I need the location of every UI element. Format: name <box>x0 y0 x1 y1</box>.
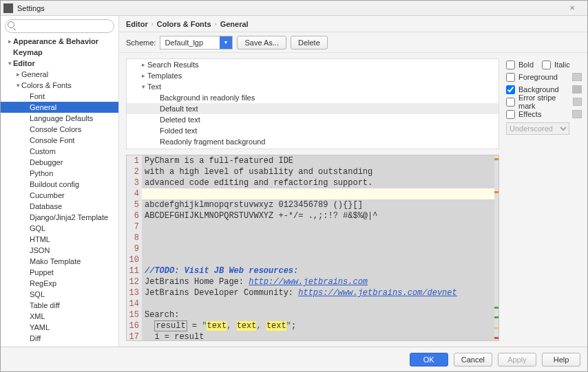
effects-swatch[interactable] <box>572 110 582 118</box>
tree-item-label: Debugger <box>30 158 63 166</box>
effects-type-select[interactable]: Underscored <box>506 122 569 135</box>
content-root: ▸Appearance & BehaviorKeymap▾Editor▸Gene… <box>1 16 587 347</box>
foreground-swatch[interactable] <box>572 73 582 81</box>
category-item[interactable]: ▸Search Results <box>127 59 498 70</box>
breadcrumb-sep-icon: › <box>151 21 154 28</box>
category-item-label: Deleted text <box>160 116 200 124</box>
cancel-button[interactable]: Cancel <box>454 353 492 366</box>
window-close-button[interactable]: ✕ <box>560 4 585 12</box>
tree-item-label: Keymap <box>13 48 43 56</box>
tree-item[interactable]: Cucumber <box>1 190 118 201</box>
tree-item[interactable]: Keymap <box>1 47 118 58</box>
tree-item[interactable]: ▸Appearance & Behavior <box>1 36 118 47</box>
line-number: 1 <box>127 155 142 166</box>
editor-line: 9 <box>127 243 498 254</box>
category-item[interactable]: Readonly fragment background <box>127 136 498 147</box>
breadcrumb-root[interactable]: Editor <box>126 20 148 28</box>
error-stripe[interactable] <box>494 155 498 340</box>
search-wrap <box>1 16 118 36</box>
background-checkbox[interactable] <box>506 85 515 94</box>
foreground-checkbox[interactable] <box>506 73 515 82</box>
breadcrumb-sep-icon: › <box>215 21 217 28</box>
line-number: 15 <box>127 309 142 320</box>
tree-item[interactable]: SQL <box>1 289 118 300</box>
tree-item[interactable]: Buildout config <box>1 179 118 190</box>
tree-item[interactable]: Console Font <box>1 135 118 146</box>
tree-item[interactable]: Font <box>1 91 118 102</box>
help-button[interactable]: Help <box>542 353 580 366</box>
category-item[interactable]: Deleted text <box>127 114 498 125</box>
tree-item-label: YAML <box>30 323 50 331</box>
tree-item[interactable]: Console Colors <box>1 124 118 135</box>
settings-search-input[interactable] <box>5 19 114 33</box>
tree-item[interactable]: ▾Colors & Fonts <box>1 80 118 91</box>
tree-item[interactable]: File Status <box>1 344 118 347</box>
category-item[interactable]: Background in readonly files <box>127 92 498 103</box>
tree-item[interactable]: HTML <box>1 234 118 245</box>
background-swatch[interactable] <box>572 85 582 94</box>
chk-italic[interactable]: Italic <box>542 58 570 71</box>
tree-item-label: SQL <box>30 290 45 298</box>
line-number: 10 <box>127 254 142 265</box>
tree-item-label: JSON <box>30 246 50 254</box>
tree-item[interactable]: Language Defaults <box>1 113 118 124</box>
preview-link[interactable]: https://www.jetbrains.com/devnet <box>298 288 456 298</box>
tree-item[interactable]: XML <box>1 311 118 322</box>
chk-foreground[interactable]: Foreground <box>506 71 582 83</box>
tree-item[interactable]: Database <box>1 201 118 212</box>
preview-link[interactable]: http://www.jetbrains.com <box>249 277 368 287</box>
category-item[interactable]: ▾Text <box>127 81 498 92</box>
editor-line: 13JetBrains Developer Community: https:/… <box>127 287 498 298</box>
line-number: 11 <box>127 265 142 276</box>
tree-item[interactable]: Mako Template <box>1 256 118 267</box>
tree-item[interactable]: Debugger <box>1 157 118 168</box>
category-list[interactable]: ▸Search Results▸Templates▾TextBackground… <box>126 58 499 149</box>
line-number: 5 <box>127 199 142 210</box>
effects-checkbox[interactable] <box>506 110 515 119</box>
tree-item[interactable]: Python <box>1 168 118 179</box>
error-stripe-swatch[interactable] <box>573 98 582 106</box>
line-number: 17 <box>127 331 142 341</box>
category-item[interactable]: Folded text <box>127 125 498 136</box>
chevron-down-icon[interactable]: ▾ <box>220 36 232 49</box>
scheme-value: Default_lgp <box>160 39 220 47</box>
tree-item[interactable]: Table diff <box>1 300 118 311</box>
tree-item[interactable]: RegExp <box>1 278 118 289</box>
error-stripe-checkbox[interactable] <box>506 98 515 107</box>
tree-item[interactable]: YAML <box>1 322 118 333</box>
save-as-button[interactable]: Save As... <box>237 36 286 50</box>
line-number: 4 <box>127 188 142 199</box>
color-preview-editor[interactable]: 1PyCharm is a full-featured IDE2with a h… <box>126 155 499 341</box>
tree-item[interactable]: Custom <box>1 146 118 157</box>
settings-tree[interactable]: ▸Appearance & BehaviorKeymap▾Editor▸Gene… <box>1 36 118 347</box>
category-item[interactable]: ▸Templates <box>127 70 498 81</box>
tree-item[interactable]: General <box>1 102 118 113</box>
editor-line: 2with a high level of usability and outs… <box>127 166 498 177</box>
bold-checkbox[interactable] <box>506 61 515 69</box>
tree-item[interactable]: Diff <box>1 333 118 344</box>
delete-button[interactable]: Delete <box>291 36 328 50</box>
ok-button[interactable]: OK <box>410 353 448 366</box>
tree-item[interactable]: Django/Jinja2 Template <box>1 212 118 223</box>
editor-line: 11//TODO: Visit JB Web resources: <box>127 265 498 276</box>
tree-item[interactable]: GQL <box>1 223 118 234</box>
category-item[interactable]: Soft wrap sign <box>127 147 498 149</box>
tree-item-label: Console Colors <box>30 125 81 133</box>
scheme-select[interactable]: Default_lgp ▾ <box>160 36 233 50</box>
window-title: Settings <box>17 4 560 12</box>
tree-item-label: Table diff <box>30 301 60 309</box>
tree-item[interactable]: ▸General <box>1 69 118 80</box>
tree-item[interactable]: JSON <box>1 245 118 256</box>
code-content: JetBrains Home Page: http://www.jetbrain… <box>142 276 498 287</box>
apply-button[interactable]: Apply <box>498 353 536 366</box>
italic-checkbox[interactable] <box>542 61 551 69</box>
chk-bold[interactable]: Bold <box>506 58 534 71</box>
tree-item[interactable]: ▾Editor <box>1 58 118 69</box>
tree-item[interactable]: Puppet <box>1 267 118 278</box>
chk-error-stripe[interactable]: Error stripe mark <box>506 96 582 108</box>
tree-item-label: General <box>30 103 56 111</box>
tree-item-label: Python <box>30 169 53 177</box>
tree-item-label: HTML <box>30 235 50 243</box>
breadcrumb-mid[interactable]: Colors & Fonts <box>157 20 211 28</box>
category-item[interactable]: Default text <box>127 103 498 114</box>
